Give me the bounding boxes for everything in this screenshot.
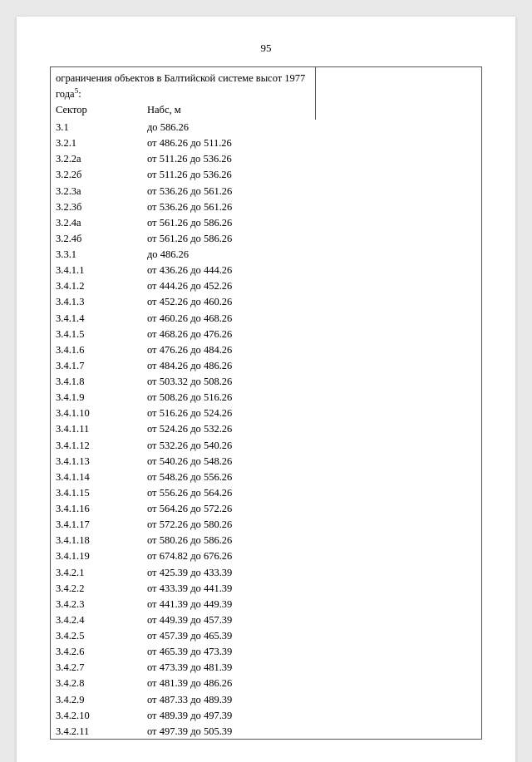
sector-cell: 3.4.1.8: [51, 374, 142, 390]
nabs-cell: от 497.39 до 505.39: [142, 723, 481, 739]
intro-row: ограничения объектов в Балтийской систем…: [51, 67, 481, 101]
sector-cell: 3.4.2.11: [51, 723, 142, 739]
col-header-sector: Сектор: [51, 101, 142, 119]
table-row: 3.2.4бот 561.26 до 586.26: [51, 230, 481, 246]
nabs-cell: от 489.39 до 497.39: [142, 707, 481, 723]
nabs-cell: от 476.26 до 484.26: [142, 342, 481, 357]
table-row: 3.4.1.4от 460.26 до 468.26: [51, 310, 481, 326]
sector-cell: 3.2.4б: [51, 230, 142, 246]
nabs-cell: от 572.26 до 580.26: [142, 517, 481, 533]
sector-cell: 3.4.2.3: [51, 596, 142, 612]
table-row: 3.4.2.5от 457.39 до 465.39: [51, 628, 481, 644]
sector-cell: 3.4.1.10: [51, 406, 142, 421]
sector-cell: 3.4.2.8: [51, 676, 142, 691]
nabs-cell: от 564.26 до 572.26: [142, 501, 481, 517]
table-row: 3.4.2.10от 489.39 до 497.39: [51, 707, 481, 723]
sector-cell: 3.4.1.12: [51, 437, 142, 453]
nabs-cell: от 511.26 до 536.26: [142, 151, 481, 167]
sector-cell: 3.4.1.6: [51, 342, 142, 357]
nabs-cell: от 503.32 до 508.26: [142, 374, 481, 390]
table-row: 3.4.1.14от 548.26 до 556.26: [51, 469, 481, 484]
nabs-cell: от 540.26 до 548.26: [142, 453, 481, 469]
table-row: 3.4.2.1от 425.39 до 433.39: [51, 564, 481, 580]
table-row: 3.4.1.3от 452.26 до 460.26: [51, 294, 481, 310]
sector-cell: 3.1: [51, 120, 142, 135]
data-table: ограничения объектов в Балтийской систем…: [51, 67, 481, 120]
table-row: 3.4.1.10от 516.26 до 524.26: [51, 406, 481, 421]
nabs-cell: от 473.39 до 481.39: [142, 660, 481, 676]
nabs-cell: от 460.26 до 468.26: [142, 310, 481, 326]
sector-cell: 3.4.2.5: [51, 628, 142, 644]
nabs-cell: от 452.26 до 460.26: [142, 294, 481, 310]
sector-cell: 3.4.1.15: [51, 484, 142, 500]
table-row: 3.4.1.12от 532.26 до 540.26: [51, 437, 481, 453]
sector-cell: 3.2.3б: [51, 199, 142, 214]
sector-cell: 3.4.1.2: [51, 278, 142, 294]
nabs-cell: от 561.26 до 586.26: [142, 230, 481, 246]
sector-cell: 3.4.1.13: [51, 453, 142, 469]
nabs-cell: от 536.26 до 561.26: [142, 183, 481, 199]
sector-cell: 3.4.2.1: [51, 564, 142, 580]
sector-cell: 3.4.1.11: [51, 421, 142, 437]
sector-cell: 3.4.2.10: [51, 707, 142, 723]
nabs-cell: от 508.26 до 516.26: [142, 390, 481, 406]
nabs-cell: от 465.39 до 473.39: [142, 644, 481, 660]
table-row: 3.2.3аот 536.26 до 561.26: [51, 183, 481, 199]
table-row: 3.4.1.18от 580.26 до 586.26: [51, 533, 481, 548]
table-row: 3.1до 586.26: [51, 120, 481, 135]
table-row: 3.4.1.1от 436.26 до 444.26: [51, 263, 481, 278]
nabs-cell: от 516.26 до 524.26: [142, 406, 481, 421]
nabs-cell: от 457.39 до 465.39: [142, 628, 481, 644]
sector-cell: 3.4.1.17: [51, 517, 142, 533]
table-row: 3.4.1.13от 540.26 до 548.26: [51, 453, 481, 469]
nabs-cell: от 511.26 до 536.26: [142, 167, 481, 183]
sector-cell: 3.2.2а: [51, 151, 142, 167]
sector-cell: 3.2.2б: [51, 167, 142, 183]
table-row: 3.2.3бот 536.26 до 561.26: [51, 199, 481, 214]
table-row: 3.4.2.4от 449.39 до 457.39: [51, 612, 481, 627]
intro-text: ограничения объектов в Балтийской систем…: [51, 67, 315, 101]
page: 95 ограничения объектов в Балтийской сис…: [17, 17, 515, 762]
sector-cell: 3.4.2.9: [51, 691, 142, 707]
table-row: 3.2.2аот 511.26 до 536.26: [51, 151, 481, 167]
nabs-cell: от 433.39 до 441.39: [142, 580, 481, 596]
nabs-cell: от 524.26 до 532.26: [142, 421, 481, 437]
table-row: 3.4.1.19от 674.82 до 676.26: [51, 548, 481, 564]
table-row: 3.4.2.2от 433.39 до 441.39: [51, 580, 481, 596]
nabs-cell: до 586.26: [142, 120, 481, 135]
col-header-nabs: Набс, м: [142, 101, 315, 119]
table-row: 3.4.2.7от 473.39 до 481.39: [51, 660, 481, 676]
right-empty-col: [315, 67, 481, 120]
sector-cell: 3.4.1.3: [51, 294, 142, 310]
table-row: 3.4.2.8от 481.39 до 486.26: [51, 676, 481, 691]
table-row: 3.4.1.16от 564.26 до 572.26: [51, 501, 481, 517]
nabs-cell: от 484.26 до 486.26: [142, 357, 481, 373]
table-row: 3.4.2.6от 465.39 до 473.39: [51, 644, 481, 660]
table-row: 3.3.1до 486.26: [51, 247, 481, 263]
table-row: 3.4.2.3от 441.39 до 449.39: [51, 596, 481, 612]
sector-cell: 3.4.1.9: [51, 390, 142, 406]
table-row: 3.2.4аот 561.26 до 586.26: [51, 214, 481, 230]
nabs-cell: от 425.39 до 433.39: [142, 564, 481, 580]
nabs-cell: от 556.26 до 564.26: [142, 484, 481, 500]
sector-cell: 3.2.3а: [51, 183, 142, 199]
nabs-cell: от 580.26 до 586.26: [142, 533, 481, 548]
sector-cell: 3.4.2.7: [51, 660, 142, 676]
sector-cell: 3.2.4а: [51, 214, 142, 230]
table-row: 3.2.1от 486.26 до 511.26: [51, 135, 481, 151]
nabs-cell: до 486.26: [142, 247, 481, 263]
table-row: 3.4.1.17от 572.26 до 580.26: [51, 517, 481, 533]
table-row: 3.4.1.9от 508.26 до 516.26: [51, 390, 481, 406]
table-row: 3.4.1.7от 484.26 до 486.26: [51, 357, 481, 373]
nabs-cell: от 561.26 до 586.26: [142, 214, 481, 230]
rows-table: 3.1до 586.263.2.1от 486.26 до 511.263.2.…: [51, 120, 481, 740]
table-row: 3.2.2бот 511.26 до 536.26: [51, 167, 481, 183]
sector-cell: 3.4.1.5: [51, 326, 142, 342]
table-row: 3.4.1.8от 503.32 до 508.26: [51, 374, 481, 390]
sector-cell: 3.4.1.1: [51, 263, 142, 278]
table-row: 3.4.1.11от 524.26 до 532.26: [51, 421, 481, 437]
table-row: 3.4.2.11от 497.39 до 505.39: [51, 723, 481, 739]
table-row: 3.4.1.2от 444.26 до 452.26: [51, 278, 481, 294]
sector-cell: 3.4.2.4: [51, 612, 142, 627]
table-row: 3.4.1.5от 468.26 до 476.26: [51, 326, 481, 342]
